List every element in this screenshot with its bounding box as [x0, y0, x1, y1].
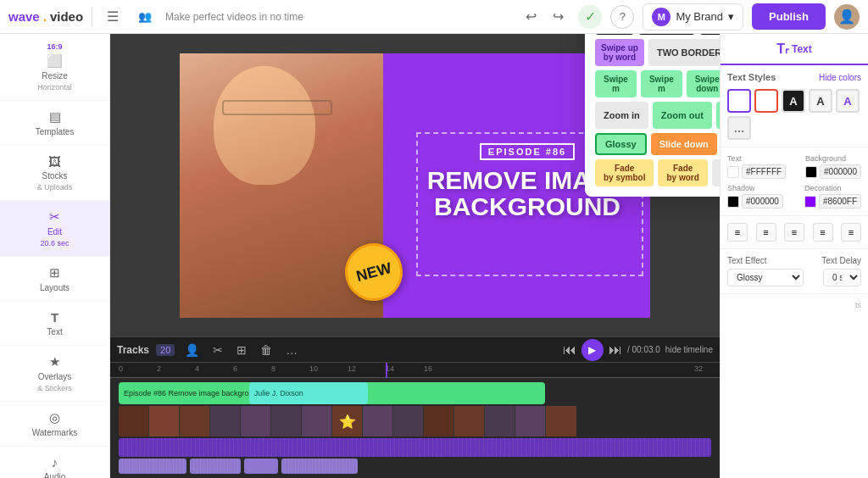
effect-flicker[interactable]: Flicker — [712, 159, 720, 186]
audio-seg-3 — [244, 459, 278, 474]
shadow-value[interactable]: #000000 — [742, 194, 783, 208]
swatch-outline[interactable] — [754, 89, 778, 113]
redo-button[interactable]: ↪ — [546, 5, 570, 29]
undo-button[interactable]: ↩ — [519, 5, 542, 29]
thumb-3 — [180, 406, 210, 436]
canvas-wrapper: EPISODE #86 REMOVE IMAGE BACKGROUND NEW … — [110, 34, 720, 336]
align-right-btn[interactable]: ≡ — [784, 223, 804, 242]
effect-swipe-down[interactable]: Swipedown — [687, 70, 720, 97]
avatar[interactable]: 👤 — [834, 4, 860, 30]
thumb-4 — [210, 406, 241, 436]
text-tab[interactable]: Tᵣ Text — [721, 34, 868, 65]
tagline: Make perfect videos in no time — [165, 11, 510, 23]
panel-extra-text: ts — [727, 301, 861, 309]
logo[interactable]: wave . video — [8, 9, 83, 24]
align-row: ≡ ≡ ≡ ≡ ≡ — [727, 223, 861, 242]
bg-color-dot[interactable] — [805, 166, 817, 178]
sidebar-item-audio[interactable]: ♪ Audio — [0, 447, 109, 478]
effect-zoom-out[interactable]: Zoom out — [653, 102, 712, 129]
thumb-11 — [454, 406, 485, 436]
topbar: wave . video ☰ 👥 Make perfect videos in … — [0, 0, 868, 34]
text-tab-label: Text — [792, 43, 812, 55]
effect-slide-down[interactable]: Slide down — [651, 133, 717, 155]
deco-dot[interactable] — [804, 196, 816, 208]
publish-button[interactable]: Publish — [752, 3, 826, 30]
prev-button[interactable]: ⏮ — [563, 342, 576, 358]
effect-select[interactable]: Glossy Fade None — [727, 269, 804, 286]
align-center-btn[interactable]: ≡ — [756, 223, 776, 242]
align-left-btn[interactable]: ≡ — [727, 223, 748, 242]
shadow-dot[interactable] — [727, 196, 739, 208]
tracks-more-button[interactable]: … — [282, 342, 301, 358]
sidebar-item-watermarks[interactable]: ◎ Watermarks — [0, 402, 109, 447]
text-label: Text — [47, 327, 62, 336]
effect-swipe-up-word[interactable]: Swipe upby word — [595, 39, 644, 66]
effect-label: Text Effect — [727, 256, 767, 265]
track-row-main: Episode #86 Remove image backgrour Julie… — [119, 382, 711, 404]
hamburger-button[interactable]: ☰ — [101, 5, 125, 29]
main-layout: 16:9 ⬜ Resize Horizontal ▤ Templates 🖼 S… — [0, 34, 868, 478]
swatch-colored-a[interactable]: A — [836, 89, 860, 113]
deco-input: #8600FF — [804, 194, 861, 208]
time-display: / 00:03.0 — [627, 345, 660, 354]
tracks-toolbar: Tracks 20 👤 ✂ ⊞ 🗑 … ⏮ ▶ ⏭ / 00:03.0 hide… — [110, 337, 720, 363]
brand-selector[interactable]: M My Brand ▾ — [643, 3, 743, 31]
tracks-add-button[interactable]: 👤 — [181, 342, 203, 358]
hide-colors-link[interactable]: Hide colors — [819, 73, 861, 82]
tracks-copy-button[interactable]: ⊞ — [233, 342, 250, 358]
playhead[interactable] — [386, 363, 387, 378]
effect-super-zoom[interactable]: SUPERZOOM OUT — [716, 102, 720, 129]
effect-fade[interactable]: Fade — [595, 34, 634, 35]
delay-select[interactable]: 0 s 0.5 s 1 s — [823, 269, 861, 286]
sidebar-item-templates[interactable]: ▤ Templates — [0, 101, 109, 146]
effect-grid-row1: Fade SIDEBORDER FRAME CURTAIN Circle Typ… — [595, 34, 720, 35]
align-justify-btn[interactable]: ≡ — [813, 223, 833, 242]
swatch-plain[interactable] — [727, 89, 751, 113]
sidebar-item-text[interactable]: T Text — [0, 302, 109, 346]
hide-timeline-label[interactable]: hide timeline — [665, 345, 713, 354]
effect-fade-symbol[interactable]: Fadeby symbol — [595, 159, 654, 186]
play-button[interactable]: ▶ — [581, 339, 604, 361]
canvas[interactable]: EPISODE #86 REMOVE IMAGE BACKGROUND NEW — [180, 53, 650, 318]
stocks-sub: & Uploads — [37, 183, 73, 192]
swatch-bold-a[interactable]: A — [782, 89, 805, 113]
effect-swipe-m2[interactable]: Swipem — [641, 70, 682, 97]
resize-icon: ⬜ — [47, 53, 63, 69]
alignment-section: ≡ ≡ ≡ ≡ ≡ — [721, 216, 868, 249]
next-button[interactable]: ⏭ — [609, 342, 622, 358]
text-color-value[interactable]: #FFFFFF — [742, 164, 786, 179]
layouts-icon: ⊞ — [49, 265, 60, 281]
sidebar-item-stocks[interactable]: 🖼 Stocks & Uploads — [0, 146, 109, 201]
deco-color-field: Decoration #8600FF — [804, 184, 861, 208]
thumb-12 — [485, 406, 515, 436]
team-button[interactable]: 👥 — [133, 5, 157, 29]
effect-frame[interactable]: FRAME — [699, 34, 720, 35]
sidebar-item-edit[interactable]: ✂ Edit 20.6 sec — [0, 201, 109, 257]
text-icon: T — [51, 310, 58, 325]
help-button[interactable]: ? — [610, 5, 634, 29]
text-color-dot[interactable] — [727, 166, 739, 178]
deco-value[interactable]: #8600FF — [819, 194, 861, 208]
sidebar-item-layouts[interactable]: ⊞ Layouts — [0, 257, 109, 302]
effect-popup: Fade SIDEBORDER FRAME CURTAIN Circle Typ… — [585, 34, 720, 197]
effect-swipe-m1[interactable]: Swipem — [595, 70, 637, 97]
tracks-cut-button[interactable]: ✂ — [209, 342, 226, 358]
thumb-14 — [546, 406, 576, 436]
tracks-delete-button[interactable]: 🗑 — [257, 342, 275, 358]
ruler-10: 10 — [309, 364, 318, 373]
sidebar-item-resize[interactable]: 16:9 ⬜ Resize Horizontal — [0, 34, 109, 101]
swatch-more[interactable]: … — [727, 116, 751, 140]
ruler-8: 8 — [271, 364, 275, 373]
sidebar-item-overlays[interactable]: ★ Overlays & Stickers — [0, 346, 109, 402]
effect-side-border[interactable]: SIDEBORDER — [638, 34, 696, 35]
effect-two-borders[interactable]: TWO BORDERS — [648, 39, 720, 66]
text-clip[interactable]: Julie J. Dixson — [249, 382, 368, 404]
bg-color-value[interactable]: #000000 — [820, 164, 861, 179]
effect-fade-word[interactable]: Fadeby word — [658, 159, 707, 186]
check-button[interactable]: ✓ — [578, 5, 602, 29]
bg-color-input: #000000 — [805, 164, 861, 179]
swatch-shadow-a[interactable]: A — [809, 89, 832, 113]
list-btn[interactable]: ≡ — [841, 223, 861, 242]
effect-zoom-in[interactable]: Zoom in — [595, 102, 648, 129]
effect-glossy-selected[interactable]: Glossy — [595, 133, 647, 155]
